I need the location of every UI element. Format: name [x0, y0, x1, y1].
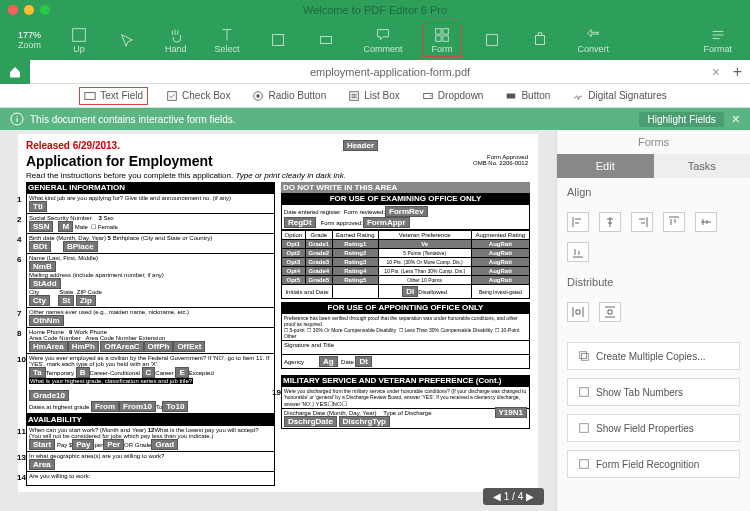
page-indicator[interactable]: ◀ 1 / 4 ▶	[483, 488, 544, 505]
highlight-fields-button[interactable]: Highlight Fields	[639, 112, 723, 127]
city-field[interactable]: Cty	[29, 295, 50, 306]
info-icon	[10, 112, 24, 126]
window-title: Welcome to PDF Editor 6 Pro	[303, 4, 447, 16]
tool-10[interactable]	[522, 29, 558, 51]
info-banner: This document contains interactive form …	[0, 108, 750, 130]
svg-rect-1	[272, 35, 283, 46]
close-window[interactable]	[8, 5, 18, 15]
st-field[interactable]: St	[58, 295, 74, 306]
tab-tasks[interactable]: Tasks	[654, 154, 751, 178]
addr-field[interactable]: StAdd	[29, 278, 61, 289]
create-copies-button[interactable]: Create Multiple Copies...	[567, 342, 740, 370]
svg-rect-14	[507, 93, 516, 98]
q6: 6Name (Last, First, Middle)NmBMailing ad…	[26, 254, 275, 308]
svg-rect-20	[580, 460, 589, 469]
tab-new[interactable]: +	[733, 63, 742, 81]
grade10-field[interactable]: Grade10	[29, 390, 69, 401]
titlebar: Welcome to PDF Editor 6 Pro	[0, 0, 750, 20]
tab-edit[interactable]: Edit	[557, 154, 654, 178]
format-tool[interactable]: Format	[695, 24, 740, 56]
dnw-header: DO NOT WRITE IN THIS AREA	[281, 182, 530, 193]
maximize-window[interactable]	[40, 5, 50, 15]
align-right[interactable]	[631, 212, 653, 232]
comment-tool[interactable]: Comment	[356, 24, 411, 56]
q11-12: 11When can you start work? (Month and Ye…	[26, 425, 275, 452]
q4-5: 4Birth date (Month, Day, Year) 5 Birthpl…	[26, 234, 275, 254]
svg-rect-18	[580, 388, 589, 397]
q8-9: 8Home Phone 9 Work PhoneArea Code Number…	[26, 328, 275, 354]
svg-rect-6	[443, 36, 448, 41]
minimize-window[interactable]	[24, 5, 34, 15]
signature-tool[interactable]: Digital Signatures	[568, 88, 670, 104]
bplace-field[interactable]: BPlace	[63, 241, 98, 252]
dist-h[interactable]	[567, 302, 589, 322]
tab-close[interactable]: ×	[712, 64, 720, 80]
align-center-h[interactable]	[599, 212, 621, 232]
zip-field[interactable]: Zip	[76, 295, 96, 306]
svg-rect-16	[580, 352, 587, 359]
tab-filename[interactable]: employment-application-form.pdf	[30, 66, 750, 78]
panel-title: Forms	[557, 130, 750, 154]
gi-header: GENERAL INFORMATION	[26, 182, 275, 193]
svg-rect-17	[581, 353, 588, 360]
svg-point-11	[257, 94, 260, 97]
svg-rect-5	[436, 36, 441, 41]
dist-v[interactable]	[599, 302, 621, 322]
show-properties-button[interactable]: Show Field Properties	[567, 414, 740, 442]
tool-2[interactable]	[109, 29, 145, 51]
radio-tool[interactable]: Radio Button	[248, 88, 330, 104]
home-button[interactable]	[0, 60, 30, 84]
svg-rect-2	[320, 36, 331, 43]
sig-row: Signature and Title	[281, 341, 530, 355]
dist-buttons	[557, 296, 750, 328]
align-left[interactable]	[567, 212, 589, 232]
up-button[interactable]: Up	[61, 24, 97, 56]
tool-6[interactable]	[308, 29, 344, 51]
text-field-tool[interactable]: Text Field	[79, 87, 148, 105]
svg-rect-3	[436, 29, 441, 34]
select-tool[interactable]: Select	[207, 24, 248, 56]
q2-3: 2Social Security Number 3 SexSSN M Male …	[26, 214, 275, 234]
align-top[interactable]	[663, 212, 685, 232]
agency-row: Agency Ag Date Dt	[281, 355, 530, 369]
form-tools-bar: Text Field Check Box Radio Button List B…	[0, 84, 750, 108]
sex-m[interactable]: M	[58, 221, 73, 232]
header-field[interactable]: Header	[343, 140, 378, 151]
listbox-tool[interactable]: List Box	[344, 88, 404, 104]
ssn-field[interactable]: SSN	[29, 221, 53, 232]
dropdown-tool[interactable]: Dropdown	[418, 88, 488, 104]
exam-header: FOR USE OF EXAMINING OFFICE ONLY	[281, 193, 530, 204]
align-buttons	[557, 206, 750, 268]
tool-5[interactable]	[260, 29, 296, 51]
q7: 7Other names ever used (e.g., maiden nam…	[26, 308, 275, 328]
othnm-field[interactable]: OthNm	[29, 315, 64, 326]
q19: 19Were you discharged from the military …	[281, 386, 530, 409]
bdt-field[interactable]: BDt	[29, 241, 51, 252]
q10: 10Were you ever employed as a civilian b…	[26, 354, 275, 414]
banner-close[interactable]: ×	[732, 111, 740, 127]
svg-rect-19	[580, 424, 589, 433]
released-text: Released 6/29/2013.	[26, 140, 120, 151]
reg-row: Date entered register Form reviewed:Form…	[281, 204, 530, 230]
field-recognition-button[interactable]: Form Field Recognition	[567, 450, 740, 478]
svg-rect-8	[85, 92, 95, 99]
zoom-control[interactable]: 177% Zoom	[10, 28, 49, 52]
document-viewport[interactable]: Released 6/29/2013. Header Form Approved…	[0, 130, 556, 511]
pref-row: Preference has been verified through pro…	[281, 313, 530, 341]
tool-9[interactable]	[474, 29, 510, 51]
align-bottom[interactable]	[567, 242, 589, 262]
convert-tool[interactable]: Convert	[570, 24, 618, 56]
title-field[interactable]: Ttl	[29, 201, 47, 212]
svg-rect-7	[486, 35, 497, 46]
checkbox-tool[interactable]: Check Box	[162, 88, 234, 104]
button-tool[interactable]: Button	[501, 88, 554, 104]
mil-header: MILITARY SERVICE AND VETERAN PREFERENCE …	[281, 375, 530, 386]
forms-panel: Forms Edit Tasks Align Distribute Create…	[556, 130, 750, 511]
panel-tabs: Edit Tasks	[557, 154, 750, 178]
show-tab-numbers-button[interactable]: Show Tab Numbers	[567, 378, 740, 406]
name-field[interactable]: NmB	[29, 261, 56, 272]
form-tool[interactable]: Form	[423, 23, 462, 57]
window-controls	[0, 5, 50, 15]
hand-tool[interactable]: Hand	[157, 24, 195, 56]
align-center-v[interactable]	[695, 212, 717, 232]
